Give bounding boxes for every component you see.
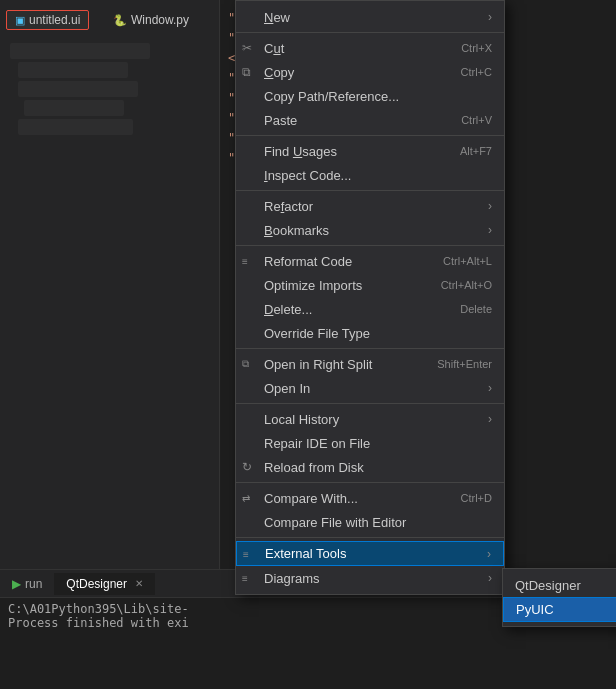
menu-item-override[interactable]: Override File Type bbox=[236, 321, 504, 345]
menu-item-reload[interactable]: ↻ Reload from Disk bbox=[236, 455, 504, 479]
compare-shortcut: Ctrl+D bbox=[461, 492, 492, 504]
tree-item-blurred-4 bbox=[24, 100, 124, 116]
optimize-shortcut: Ctrl+Alt+O bbox=[441, 279, 492, 291]
menu-item-reload-label: Reload from Disk bbox=[264, 460, 492, 475]
menu-item-external-tools-label: External Tools bbox=[265, 546, 487, 561]
paste-shortcut: Ctrl+V bbox=[461, 114, 492, 126]
menu-item-copy-path-label: Copy Path/Reference... bbox=[264, 89, 492, 104]
pyuic-label: PyUIC bbox=[516, 602, 554, 617]
menu-item-copy-label: Copy bbox=[264, 65, 441, 80]
menu-item-bookmarks-label: Bookmarks bbox=[264, 223, 488, 238]
tree-item-blurred-2 bbox=[18, 62, 128, 78]
file-tab-label-2: Window.py bbox=[131, 13, 189, 27]
reload-icon: ↻ bbox=[242, 460, 252, 474]
menu-item-new[interactable]: New › bbox=[236, 5, 504, 29]
menu-arrow-new: › bbox=[488, 10, 492, 24]
menu-item-local-history[interactable]: Local History › bbox=[236, 407, 504, 431]
menu-item-delete-label: Delete... bbox=[264, 302, 440, 317]
menu-item-external-tools[interactable]: ≡ External Tools › bbox=[236, 541, 504, 566]
separator-7 bbox=[236, 482, 504, 483]
menu-item-open-in-label: Open In bbox=[264, 381, 488, 396]
menu-arrow-refactor: › bbox=[488, 199, 492, 213]
menu-item-bookmarks[interactable]: Bookmarks › bbox=[236, 218, 504, 242]
separator-5 bbox=[236, 348, 504, 349]
menu-item-compare-editor[interactable]: Compare File with Editor bbox=[236, 510, 504, 534]
menu-item-find-usages-label: Find Usages bbox=[264, 144, 440, 159]
menu-item-local-history-label: Local History bbox=[264, 412, 488, 427]
close-tab-icon[interactable]: ✕ bbox=[135, 578, 143, 589]
terminal-line-2: Process finished with exi bbox=[8, 616, 522, 630]
cut-shortcut: Ctrl+X bbox=[461, 42, 492, 54]
qtdesigner-label: QtDesigner bbox=[515, 578, 581, 593]
terminal-line-1: C:\A01Python395\Lib\site- bbox=[8, 602, 522, 616]
external-tools-submenu: QtDesigner PyUIC bbox=[502, 568, 616, 627]
menu-item-reformat-label: Reformat Code bbox=[264, 254, 423, 269]
compare-icon: ⇄ bbox=[242, 493, 250, 504]
menu-item-open-right-label: Open in Right Split bbox=[264, 357, 417, 372]
open-right-shortcut: Shift+Enter bbox=[437, 358, 492, 370]
tree-item-blurred-5 bbox=[18, 119, 133, 135]
menu-item-diagrams-label: Diagrams bbox=[264, 571, 488, 586]
separator-6 bbox=[236, 403, 504, 404]
qtdesigner-tab-label: QtDesigner bbox=[66, 577, 127, 591]
separator-4 bbox=[236, 245, 504, 246]
context-menu: New › ✂ Cut Ctrl+X ⧉ Copy Ctrl+C Copy Pa… bbox=[235, 0, 505, 595]
separator-8 bbox=[236, 537, 504, 538]
submenu-item-pyuic[interactable]: PyUIC bbox=[503, 597, 616, 622]
menu-arrow-external-tools: › bbox=[487, 547, 491, 561]
menu-item-open-in[interactable]: Open In › bbox=[236, 376, 504, 400]
menu-item-compare[interactable]: ⇄ Compare With... Ctrl+D bbox=[236, 486, 504, 510]
submenu-item-qtdesigner[interactable]: QtDesigner bbox=[503, 573, 616, 597]
menu-arrow-diagrams: › bbox=[488, 571, 492, 585]
menu-item-optimize-label: Optimize Imports bbox=[264, 278, 421, 293]
menu-item-paste-label: Paste bbox=[264, 113, 441, 128]
reformat-shortcut: Ctrl+Alt+L bbox=[443, 255, 492, 267]
menu-item-delete[interactable]: Delete... Delete bbox=[236, 297, 504, 321]
menu-item-inspect[interactable]: Inspect Code... bbox=[236, 163, 504, 187]
run-icon: ▶ bbox=[12, 577, 21, 591]
menu-item-open-right[interactable]: ⧉ Open in Right Split Shift+Enter bbox=[236, 352, 504, 376]
menu-item-copy-path[interactable]: Copy Path/Reference... bbox=[236, 84, 504, 108]
copy-shortcut: Ctrl+C bbox=[461, 66, 492, 78]
menu-item-inspect-label: Inspect Code... bbox=[264, 168, 492, 183]
py-file-icon: 🐍 bbox=[113, 14, 127, 27]
separator-3 bbox=[236, 190, 504, 191]
cut-icon: ✂ bbox=[242, 41, 252, 55]
menu-item-cut[interactable]: ✂ Cut Ctrl+X bbox=[236, 36, 504, 60]
menu-item-repair[interactable]: Repair IDE on File bbox=[236, 431, 504, 455]
file-tab-window-py[interactable]: 🐍 Window.py bbox=[105, 11, 197, 29]
run-tab-label: run bbox=[25, 577, 42, 591]
menu-item-diagrams[interactable]: ≡ Diagrams › bbox=[236, 566, 504, 590]
terminal-tab-run[interactable]: ▶ run bbox=[0, 573, 54, 595]
terminal-text-1: C:\A01Python395\Lib\site- bbox=[8, 602, 189, 616]
menu-arrow-local-history: › bbox=[488, 412, 492, 426]
menu-item-override-label: Override File Type bbox=[264, 326, 492, 341]
file-tab-label: untitled.ui bbox=[29, 13, 80, 27]
delete-shortcut: Delete bbox=[460, 303, 492, 315]
external-tools-icon: ≡ bbox=[243, 548, 249, 559]
separator-1 bbox=[236, 32, 504, 33]
find-usages-shortcut: Alt+F7 bbox=[460, 145, 492, 157]
tree-item-blurred-1 bbox=[10, 43, 150, 59]
menu-item-new-label: New bbox=[264, 10, 488, 25]
menu-item-find-usages[interactable]: Find Usages Alt+F7 bbox=[236, 139, 504, 163]
ui-file-icon: ▣ bbox=[15, 14, 25, 27]
open-right-icon: ⧉ bbox=[242, 358, 249, 370]
menu-item-compare-label: Compare With... bbox=[264, 491, 441, 506]
menu-item-optimize[interactable]: Optimize Imports Ctrl+Alt+O bbox=[236, 273, 504, 297]
menu-item-paste[interactable]: Paste Ctrl+V bbox=[236, 108, 504, 132]
menu-item-cut-label: Cut bbox=[264, 41, 441, 56]
copy-icon: ⧉ bbox=[242, 65, 251, 79]
separator-2 bbox=[236, 135, 504, 136]
menu-arrow-bookmarks: › bbox=[488, 223, 492, 237]
terminal-text-2: Process finished with exi bbox=[8, 616, 189, 630]
file-tab-untitled-ui[interactable]: ▣ untitled.ui bbox=[6, 10, 89, 30]
diagrams-icon: ≡ bbox=[242, 573, 248, 584]
menu-item-repair-label: Repair IDE on File bbox=[264, 436, 492, 451]
menu-item-copy[interactable]: ⧉ Copy Ctrl+C bbox=[236, 60, 504, 84]
menu-item-reformat[interactable]: ≡ Reformat Code Ctrl+Alt+L bbox=[236, 249, 504, 273]
menu-item-compare-editor-label: Compare File with Editor bbox=[264, 515, 492, 530]
terminal-tab-qtdesigner[interactable]: QtDesigner ✕ bbox=[54, 573, 155, 595]
terminal-content: C:\A01Python395\Lib\site- Process finish… bbox=[0, 598, 530, 634]
menu-item-refactor[interactable]: Refactor › bbox=[236, 194, 504, 218]
